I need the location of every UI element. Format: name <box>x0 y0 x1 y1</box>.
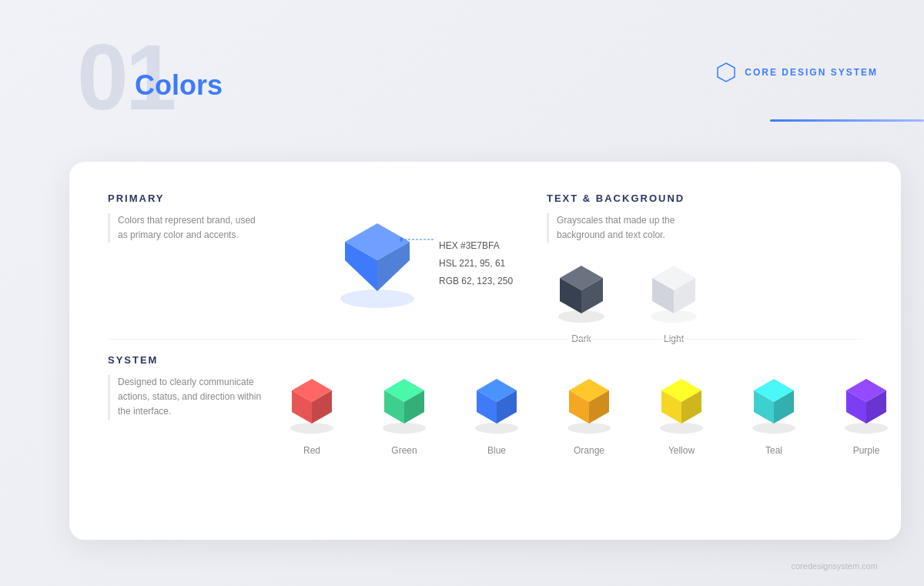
color-name: Teal <box>765 445 782 456</box>
footer-url: coredesignsystem.com <box>792 561 879 571</box>
system-color-item: Red <box>277 370 346 456</box>
textbg-section: TEXT & BACKGROUND Grayscales that made u… <box>547 193 878 344</box>
color-name: Red <box>303 445 320 456</box>
system-color-item: Teal <box>739 370 808 456</box>
brand-badge: CORE DESIGN SYSTEM <box>715 62 878 83</box>
textbg-label: TEXT & BACKGROUND <box>547 193 878 204</box>
title-block: 01 Colors <box>85 46 223 102</box>
dark-cube-svg <box>547 258 616 327</box>
system-color-item: Purple <box>832 370 901 456</box>
primary-section: PRIMARY Colors that represent brand, use… <box>108 193 554 243</box>
system-cube-svg <box>832 370 901 439</box>
svg-marker-0 <box>718 63 735 82</box>
system-color-item: Blue <box>462 370 531 456</box>
hex-value: HEX #3E7BFA <box>439 237 513 255</box>
brand-underline <box>770 119 924 122</box>
svg-point-1 <box>340 290 414 308</box>
system-cube-svg <box>462 370 531 439</box>
rgb-value: RGB 62, 123, 250 <box>439 273 513 290</box>
color-values: HEX #3E7BFA HSL 221, 95, 61 RGB 62, 123,… <box>439 237 513 290</box>
hexagon-icon <box>715 62 737 83</box>
svg-point-39 <box>845 423 888 434</box>
svg-point-23 <box>475 423 518 434</box>
color-name: Yellow <box>668 445 695 456</box>
primary-color-info: HEX #3E7BFA HSL 221, 95, 61 RGB 62, 123,… <box>439 237 513 290</box>
system-cube-svg <box>370 370 439 439</box>
hsl-value: HSL 221, 95, 61 <box>439 255 513 273</box>
system-color-item: Orange <box>554 370 624 456</box>
textbg-description: Grayscales that made up the background a… <box>547 213 701 243</box>
grayscale-cubes: Dark Light <box>547 258 878 344</box>
system-cube-svg <box>739 370 808 439</box>
svg-point-31 <box>660 423 703 434</box>
light-cube-item: Light <box>639 258 708 344</box>
system-cube-svg <box>647 370 716 439</box>
color-name: Orange <box>574 445 604 456</box>
svg-point-15 <box>290 423 333 434</box>
system-cube-svg <box>277 370 346 439</box>
svg-point-6 <box>400 237 403 242</box>
color-name: Blue <box>487 445 506 456</box>
system-description: Designed to clearly communicate actions,… <box>108 375 262 420</box>
section-divider <box>108 339 862 340</box>
system-section: SYSTEM Designed to clearly communicate a… <box>108 354 862 456</box>
system-color-item: Yellow <box>647 370 716 456</box>
system-colors: Red Green Blue Orange <box>277 370 901 456</box>
brand-name: CORE DESIGN SYSTEM <box>745 67 878 78</box>
primary-description: Colors that represent brand, used as pri… <box>108 213 262 243</box>
main-card: PRIMARY Colors that represent brand, use… <box>69 162 901 540</box>
system-cube-svg <box>554 370 624 439</box>
light-cube-svg <box>639 258 708 327</box>
system-color-item: Green <box>370 370 439 456</box>
page-title: Colors <box>135 69 223 102</box>
svg-point-19 <box>383 423 426 434</box>
svg-point-35 <box>752 423 795 434</box>
header: 01 Colors CORE DESIGN SYSTEM <box>85 46 878 102</box>
color-name: Purple <box>853 445 880 456</box>
system-label: SYSTEM <box>108 354 262 366</box>
color-name: Green <box>391 445 417 456</box>
connector-lines <box>400 233 439 280</box>
dark-cube-item: Dark <box>547 258 616 344</box>
svg-point-27 <box>567 423 611 434</box>
primary-label: PRIMARY <box>108 193 554 204</box>
